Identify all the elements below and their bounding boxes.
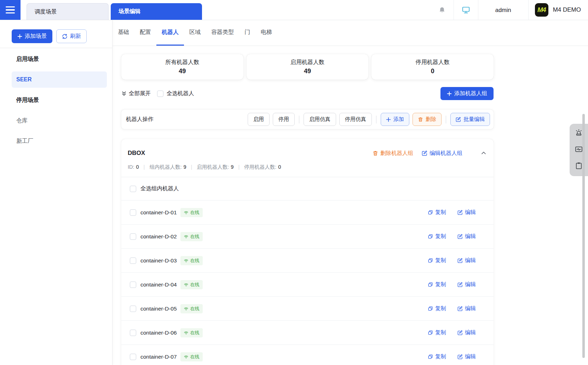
- select-all-robots-checkbox[interactable]: [157, 91, 163, 97]
- robot-row: container-D-03 在线 复制 编辑: [121, 249, 494, 273]
- copy-icon: [428, 306, 433, 311]
- sidebar-section-disabled-scenes: 停用场景: [12, 92, 107, 108]
- robot-checkbox[interactable]: [130, 282, 136, 288]
- vertical-scrollbar[interactable]: [582, 114, 585, 358]
- status-badge: 在线: [180, 304, 203, 313]
- disable-simulation-button[interactable]: 停用仿真: [339, 113, 372, 126]
- copy-icon: [428, 234, 433, 239]
- sidebar-item-warehouse[interactable]: 仓库: [12, 112, 107, 129]
- clipboard-icon[interactable]: [575, 162, 583, 170]
- copy-robot-link[interactable]: 复制: [428, 305, 446, 312]
- edit-robot-link[interactable]: 编辑: [457, 329, 476, 336]
- refresh-button[interactable]: 刷新: [56, 29, 87, 43]
- tab-basic[interactable]: 基础: [113, 20, 134, 46]
- tab-config[interactable]: 配置: [134, 20, 156, 46]
- add-robot-group-button[interactable]: 添加机器人组: [440, 87, 494, 100]
- copy-icon: [428, 354, 433, 359]
- sidebar-item-new-factory[interactable]: 新工厂: [12, 133, 107, 149]
- edit-robot-link[interactable]: 编辑: [457, 305, 476, 312]
- add-scene-label: 添加场景: [25, 33, 47, 40]
- sidebar-item-seer[interactable]: SEER: [12, 71, 107, 88]
- edit-robot-link[interactable]: 编辑: [457, 209, 476, 216]
- add-scene-button[interactable]: 添加场景: [12, 29, 52, 43]
- robot-checkbox[interactable]: [130, 354, 136, 360]
- expand-all-toggle[interactable]: 全部展开: [121, 90, 151, 97]
- wifi-icon: [184, 210, 189, 215]
- tab-areas[interactable]: 区域: [184, 20, 206, 46]
- enable-button[interactable]: 启用: [248, 113, 270, 126]
- monitor-activity-icon[interactable]: [575, 145, 583, 153]
- edit-icon: [457, 306, 463, 311]
- robot-name: container-D-06: [140, 330, 177, 336]
- stat-value: 0: [431, 68, 434, 75]
- edit-icon: [456, 117, 461, 122]
- status-badge: 在线: [180, 256, 203, 265]
- double-chevron-down-icon: [121, 91, 127, 96]
- topbar-tab-dispatch-scene[interactable]: 调度场景: [27, 3, 109, 20]
- robot-row: container-D-01 在线 复制 编辑: [121, 201, 494, 225]
- enable-simulation-button[interactable]: 启用仿真: [304, 113, 336, 126]
- tab-elevators[interactable]: 电梯: [255, 20, 277, 46]
- group-meta: ID:0 | 组内机器人数:9 | 启用机器人数:9 | 停用机器人数:0: [128, 163, 486, 170]
- robot-checkbox[interactable]: [130, 257, 136, 264]
- group-header: DBOX 删除机器人组 编辑机器人组: [121, 139, 494, 177]
- user-cell[interactable]: admin: [478, 0, 528, 20]
- copy-robot-link[interactable]: 复制: [428, 209, 446, 216]
- alarm-siren-icon[interactable]: [575, 128, 583, 137]
- monitor-icon[interactable]: [462, 6, 470, 14]
- edit-robot-link[interactable]: 编辑: [457, 257, 476, 264]
- robot-checkbox[interactable]: [130, 330, 136, 336]
- robot-name: container-D-02: [140, 233, 177, 240]
- robot-checkbox[interactable]: [130, 209, 136, 216]
- select-all-robots[interactable]: 全选机器人: [157, 90, 194, 97]
- copy-robot-link[interactable]: 复制: [428, 233, 446, 240]
- disable-button[interactable]: 停用: [273, 113, 295, 126]
- robot-name: container-D-03: [140, 257, 177, 264]
- copy-icon: [428, 330, 433, 335]
- plus-icon: [17, 34, 22, 39]
- delete-robot-button[interactable]: 删除: [413, 113, 442, 126]
- robot-row: container-D-02 在线 复制 编辑: [121, 225, 494, 249]
- delete-group-link[interactable]: 删除机器人组: [373, 150, 413, 157]
- brand-cell: M4 M4 DEMO: [528, 0, 588, 20]
- select-all-group-robots-checkbox[interactable]: [130, 186, 136, 192]
- edit-group-link[interactable]: 编辑机器人组: [422, 150, 462, 157]
- copy-robot-link[interactable]: 复制: [428, 257, 446, 264]
- tab-container-types[interactable]: 容器类型: [206, 20, 239, 46]
- status-badge: 在线: [180, 280, 203, 289]
- copy-icon: [428, 210, 433, 215]
- floating-tool-rail: [570, 124, 588, 176]
- hamburger-menu-icon[interactable]: [0, 0, 21, 20]
- edit-icon: [457, 282, 463, 287]
- topbar-tab-label: 调度场景: [35, 8, 57, 16]
- robot-name: container-D-05: [140, 306, 177, 312]
- robot-checkbox[interactable]: [130, 233, 136, 240]
- brand-name: M4 DEMO: [553, 6, 581, 13]
- refresh-icon: [62, 34, 68, 39]
- robot-operations-bar: 机器人操作 启用 停用 启用仿真 停用仿真 添加 删除: [121, 110, 494, 129]
- trash-icon: [418, 117, 423, 122]
- notification-cell: [431, 0, 454, 20]
- tab-doors[interactable]: 门: [239, 20, 255, 46]
- copy-robot-link[interactable]: 复制: [428, 281, 446, 288]
- robots-content: 所有机器人数 49 启用机器人数 49 停用机器人数 0 全部展开: [121, 54, 494, 365]
- edit-icon: [457, 234, 463, 239]
- copy-robot-link[interactable]: 复制: [428, 329, 446, 336]
- status-badge: 在线: [180, 232, 203, 241]
- robot-checkbox[interactable]: [130, 306, 136, 312]
- bell-icon[interactable]: [438, 6, 446, 14]
- topbar-tab-scene-edit[interactable]: 场景编辑: [111, 3, 202, 20]
- content-area: 添加场景 刷新 启用场景 SEER 停用场景 仓库 新工厂: [0, 20, 588, 365]
- add-robot-button[interactable]: 添加: [381, 113, 409, 126]
- monitor-cell: [454, 0, 478, 20]
- copy-icon: [428, 282, 433, 287]
- stat-card-disabled-robots: 停用机器人数 0: [371, 54, 494, 80]
- edit-robot-link[interactable]: 编辑: [457, 281, 476, 288]
- edit-robot-link[interactable]: 编辑: [457, 353, 476, 360]
- tab-robots[interactable]: 机器人: [156, 20, 184, 46]
- batch-edit-button[interactable]: 批量编辑: [450, 113, 490, 126]
- collapse-group-chevron-up-icon[interactable]: [481, 150, 486, 156]
- edit-robot-link[interactable]: 编辑: [457, 233, 476, 240]
- copy-robot-link[interactable]: 复制: [428, 353, 446, 360]
- wifi-icon: [184, 330, 189, 335]
